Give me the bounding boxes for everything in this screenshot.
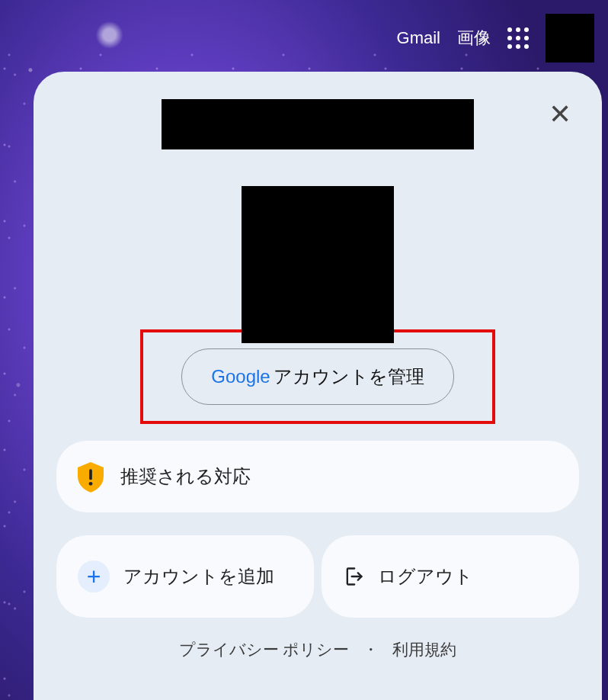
highlight-annotation: Google アカウントを管理 bbox=[140, 329, 495, 424]
terms-link[interactable]: 利用規約 bbox=[392, 639, 456, 660]
logout-button[interactable]: ログアウト bbox=[322, 535, 579, 618]
panel-footer: プライバシー ポリシー ・ 利用規約 bbox=[179, 639, 457, 660]
recommended-actions-row[interactable]: 推奨される対応 bbox=[56, 441, 579, 512]
images-link[interactable]: 画像 bbox=[457, 27, 491, 50]
close-icon[interactable]: ✕ bbox=[549, 101, 571, 128]
svg-rect-0 bbox=[89, 469, 92, 480]
apps-grid-icon[interactable] bbox=[507, 27, 529, 49]
recommended-actions-label: 推奨される対応 bbox=[120, 464, 251, 489]
footer-separator: ・ bbox=[363, 639, 379, 660]
logout-icon bbox=[343, 566, 364, 587]
plus-icon: + bbox=[78, 560, 110, 592]
shield-alert-icon bbox=[78, 462, 104, 491]
svg-point-1 bbox=[89, 482, 93, 486]
add-account-button[interactable]: + アカウントを追加 bbox=[56, 535, 314, 618]
add-account-label: アカウントを追加 bbox=[123, 564, 274, 589]
manage-button-google-text: Google bbox=[211, 366, 270, 387]
logout-label: ログアウト bbox=[378, 564, 473, 589]
account-actions-row: + アカウントを追加 ログアウト bbox=[56, 535, 579, 618]
account-avatar-large bbox=[242, 186, 394, 343]
account-avatar-small[interactable] bbox=[546, 14, 594, 63]
account-panel: ✕ Google アカウントを管理 推奨される対応 + アカウントを追加 bbox=[34, 72, 602, 700]
gmail-link[interactable]: Gmail bbox=[397, 28, 440, 48]
manage-google-account-button[interactable]: Google アカウントを管理 bbox=[181, 348, 453, 405]
manage-button-rest-text: アカウントを管理 bbox=[274, 364, 424, 389]
top-bar: Gmail 画像 bbox=[397, 14, 594, 63]
account-email-redacted bbox=[162, 99, 474, 149]
privacy-policy-link[interactable]: プライバシー ポリシー bbox=[179, 639, 350, 660]
